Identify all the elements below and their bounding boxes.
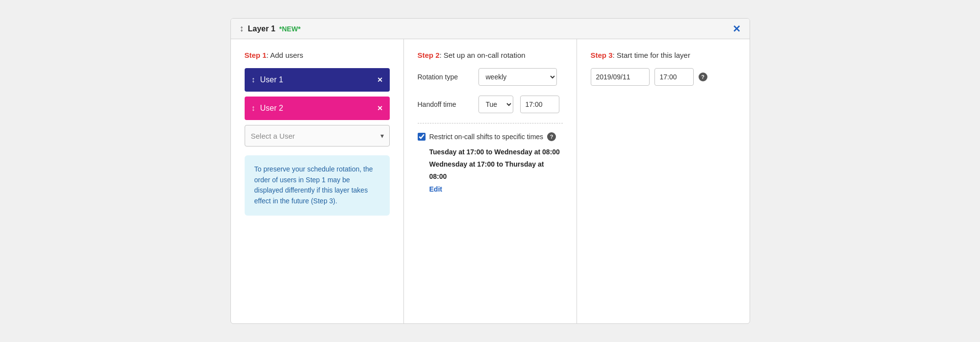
start-time-input[interactable] <box>654 68 694 86</box>
restrict-row: Restrict on-call shifts to specific time… <box>418 132 563 141</box>
drag-handle-icon[interactable]: ↕ <box>240 24 244 34</box>
step1-heading: Step 1: Add users <box>245 51 390 59</box>
user1-row[interactable]: ↕ User 1 ✕ <box>245 68 390 92</box>
close-layer-button[interactable]: ✕ <box>732 24 741 34</box>
layer-title: Layer 1 <box>248 24 276 33</box>
step2-label: Step 2 <box>418 51 440 59</box>
user2-row[interactable]: ↕ User 2 ✕ <box>245 97 390 120</box>
handoff-time-label: Handoff time <box>418 100 472 108</box>
select-user-dropdown[interactable]: Select a User <box>245 125 390 147</box>
step3-heading: Step 3: Start time for this layer <box>591 51 736 59</box>
shift1-text: Tuesday at 17:00 to Wednesday at 08:00 <box>429 146 563 158</box>
edit-shifts-link[interactable]: Edit <box>429 185 563 193</box>
handoff-time-input[interactable] <box>520 96 559 113</box>
restrict-help-icon[interactable]: ? <box>547 132 556 141</box>
step3-label: Step 3 <box>591 51 613 59</box>
restrict-checkbox[interactable] <box>418 133 426 141</box>
user1-label: User 1 <box>260 75 283 84</box>
user2-label: User 2 <box>260 104 283 113</box>
shift2-text: Wednesday at 17:00 to Thursday at 08:00 <box>429 158 563 183</box>
user2-drag-icon[interactable]: ↕ <box>251 104 255 113</box>
user1-remove-button[interactable]: ✕ <box>377 76 383 84</box>
step2-heading-text: : Set up an on-call rotation <box>440 51 526 59</box>
step3-column: Step 3: Start time for this layer ? <box>577 39 750 323</box>
new-badge: *NEW* <box>279 25 301 33</box>
step1-label: Step 1 <box>245 51 267 59</box>
select-user-wrapper: Select a User ▾ <box>245 125 390 147</box>
divider <box>418 123 563 123</box>
user1-left: ↕ User 1 <box>251 75 283 84</box>
handoff-day-select[interactable]: Tue Mon Wed Thu Fri Sat Sun <box>478 96 513 113</box>
info-box-text: To preserve your schedule rotation, the … <box>254 165 373 205</box>
card-header: ↕ Layer 1 *NEW* ✕ <box>231 19 750 39</box>
start-time-help-icon[interactable]: ? <box>699 73 707 81</box>
step1-heading-text: : Add users <box>267 51 303 59</box>
handoff-time-row: Handoff time Tue Mon Wed Thu Fri Sat Sun <box>418 96 563 113</box>
step2-heading: Step 2: Set up an on-call rotation <box>418 51 563 59</box>
user2-left: ↕ User 2 <box>251 104 283 113</box>
user2-remove-button[interactable]: ✕ <box>377 104 383 112</box>
rotation-type-label: Rotation type <box>418 73 472 81</box>
user1-drag-icon[interactable]: ↕ <box>251 75 255 84</box>
start-date-input[interactable] <box>591 68 650 86</box>
info-box: To preserve your schedule rotation, the … <box>245 155 390 216</box>
step2-column: Step 2: Set up an on-call rotation Rotat… <box>404 39 577 323</box>
restrict-label: Restrict on-call shifts to specific time… <box>429 133 544 141</box>
step1-column: Step 1: Add users ↕ User 1 ✕ ↕ User 2 ✕ … <box>231 39 404 323</box>
layer-card: ↕ Layer 1 *NEW* ✕ Step 1: Add users ↕ Us… <box>230 18 750 324</box>
rotation-type-select[interactable]: weekly daily custom <box>478 68 557 86</box>
header-left: ↕ Layer 1 *NEW* <box>240 24 301 34</box>
card-body: Step 1: Add users ↕ User 1 ✕ ↕ User 2 ✕ … <box>231 39 750 323</box>
step3-heading-text: : Start time for this layer <box>613 51 690 59</box>
date-time-row: ? <box>591 68 736 86</box>
rotation-type-row: Rotation type weekly daily custom <box>418 68 563 86</box>
